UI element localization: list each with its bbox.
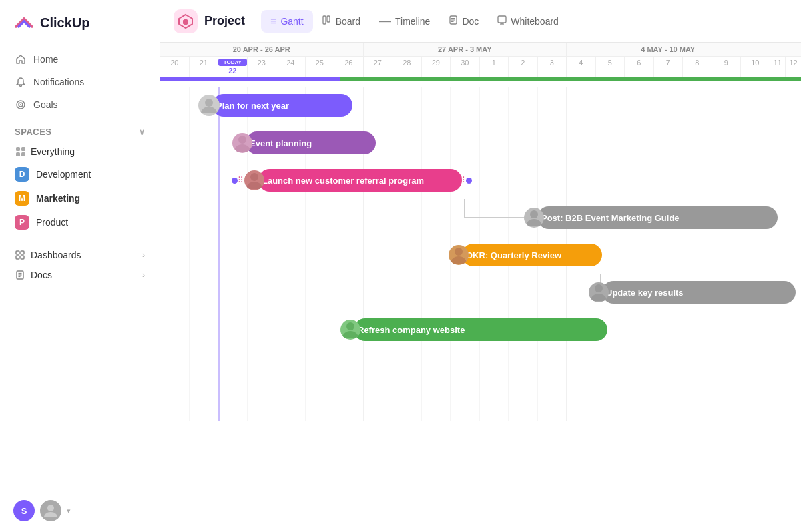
task-bar-update[interactable]: Update key results: [602, 281, 796, 304]
gantt-tab-icon: ≡: [270, 15, 276, 27]
gantt-body: Plan for next year Event planning: [160, 81, 801, 532]
sidebar-item-marketing[interactable]: M Marketing: [8, 186, 152, 210]
sidebar-item-home[interactable]: Home: [8, 48, 152, 71]
task-eventplanning-label: Event planning: [250, 138, 312, 148]
sidebar-item-everything[interactable]: Everything: [8, 141, 152, 162]
gantt-row-3: Post: B2B Event Marketing Guide: [160, 199, 801, 236]
day-1: 1: [480, 57, 509, 77]
goals-icon: [15, 99, 27, 111]
svg-rect-9: [16, 256, 19, 259]
task-update-avatar: [589, 282, 609, 302]
svg-rect-10: [21, 256, 24, 259]
sidebar-item-development[interactable]: D Development: [8, 162, 152, 186]
sidebar-item-notifications[interactable]: Notifications: [8, 71, 152, 93]
svg-rect-23: [498, 16, 506, 23]
notifications-label: Notifications: [33, 77, 84, 87]
day-26: 26: [334, 57, 364, 77]
svg-point-30: [455, 248, 463, 256]
task-bar-plan[interactable]: Plan for next year: [212, 94, 352, 117]
day-4: 4: [567, 57, 596, 77]
task-b2b-label: Post: B2B Event Marketing Guide: [541, 213, 680, 223]
spaces-chevron-icon[interactable]: ∨: [139, 127, 146, 137]
doc-tab-label: Doc: [462, 16, 479, 27]
sidebar-item-docs[interactable]: Docs ›: [0, 265, 160, 285]
gantt-tab-label: Gantt: [280, 16, 303, 27]
task-refresh-avatar: [340, 320, 360, 340]
day-7: 7: [654, 57, 684, 77]
svg-point-2: [20, 104, 21, 105]
gantt-container: 20 APR - 26 APR 27 APR - 3 MAY 4 MAY - 1…: [160, 43, 801, 532]
sidebar-item-dashboards[interactable]: Dashboards ›: [0, 245, 160, 265]
day-29: 29: [422, 57, 451, 77]
drag-handle-icon: ⠿: [238, 176, 244, 185]
task-referral-avatar: [244, 170, 264, 190]
sidebar-nav: Home Notifications Goals: [0, 45, 160, 119]
main-content: Project ≡ Gantt Board — Timeline Doc Whi…: [160, 0, 801, 532]
task-bar-b2b[interactable]: Post: B2B Event Marketing Guide: [537, 206, 778, 229]
svg-point-27: [238, 136, 246, 144]
day-24: 24: [276, 57, 306, 77]
day-3: 3: [538, 57, 567, 77]
marketing-label: Marketing: [36, 193, 80, 204]
gantt-header: 20 APR - 26 APR 27 APR - 3 MAY 4 MAY - 1…: [160, 43, 801, 77]
today-line: [218, 87, 220, 421]
product-space-icon: P: [15, 215, 29, 230]
svg-rect-4: [21, 147, 25, 151]
connector-dot-left: [232, 178, 238, 184]
user-avatar-1[interactable]: S: [13, 500, 35, 521]
board-tab-icon: [322, 15, 332, 27]
sidebar-item-goals[interactable]: Goals: [8, 93, 152, 116]
task-update-label: Update key results: [606, 288, 684, 298]
gantt-row-1: Event planning: [160, 124, 801, 162]
sidebar-item-product[interactable]: P Product: [8, 210, 152, 234]
tab-timeline[interactable]: — Timeline: [370, 9, 439, 33]
user-avatar-2[interactable]: [40, 500, 61, 521]
day-10: 10: [741, 57, 770, 77]
task-bar-okr[interactable]: OKR: Quarterly Review: [462, 244, 602, 266]
everything-label: Everything: [31, 146, 75, 157]
project-icon: [174, 9, 198, 33]
svg-rect-18: [327, 16, 330, 22]
marketing-space-icon: M: [15, 191, 29, 206]
task-okr-avatar: [449, 245, 469, 265]
clickup-logo-icon: [13, 12, 35, 33]
tab-board[interactable]: Board: [313, 10, 370, 32]
day-25: 25: [306, 57, 335, 77]
svg-point-15: [47, 505, 54, 511]
tab-gantt[interactable]: ≡ Gantt: [261, 10, 313, 33]
week-label-4: [770, 43, 802, 56]
week-label-3: 4 MAY - 10 MAY: [567, 43, 770, 56]
topbar-title: Project: [204, 14, 245, 28]
day-20: 20: [160, 57, 190, 77]
task-referral-label: Launch new customer referral program: [262, 176, 424, 186]
gantt-row-6: Refresh company website: [160, 311, 801, 348]
logo-text: ClickUp: [40, 15, 89, 31]
svg-rect-7: [16, 251, 19, 254]
dashboards-icon: [15, 250, 25, 260]
day-28: 28: [392, 57, 422, 77]
svg-rect-5: [16, 152, 20, 156]
docs-chevron-icon: ›: [142, 270, 145, 280]
day-labels-row: 20 21 TODAY 22 23 24 25 26 27 28 29 30 1: [160, 57, 801, 77]
tab-doc[interactable]: Doc: [439, 10, 488, 32]
doc-tab-icon: [449, 15, 458, 27]
tab-whiteboard[interactable]: Whiteboard: [488, 10, 568, 32]
task-bar-eventplanning[interactable]: Event planning: [246, 131, 376, 154]
timeline-tab-icon: —: [379, 14, 391, 28]
task-bar-refresh[interactable]: Refresh company website: [354, 318, 607, 341]
day-5: 5: [596, 57, 625, 77]
task-bar-referral[interactable]: Launch new customer referral program: [258, 169, 462, 192]
board-tab-label: Board: [336, 16, 360, 27]
svg-point-31: [595, 284, 603, 292]
home-icon: [15, 53, 27, 65]
user-chevron-icon: ▾: [67, 507, 71, 515]
svg-rect-3: [16, 147, 20, 151]
svg-rect-17: [323, 16, 326, 24]
svg-point-32: [346, 322, 354, 330]
day-11: 11: [770, 57, 786, 77]
development-label: Development: [36, 169, 91, 180]
day-12: 12: [786, 57, 801, 77]
goals-label: Goals: [33, 99, 58, 110]
day-22-today: TODAY 22: [218, 57, 248, 77]
task-okr-label: OKR: Quarterly Review: [466, 250, 561, 260]
